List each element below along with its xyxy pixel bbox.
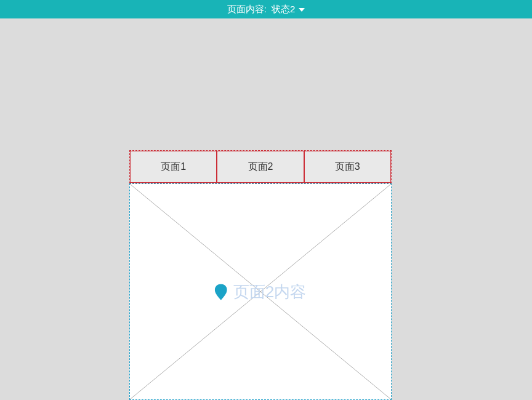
chevron-down-icon: [299, 8, 305, 12]
content-label: 页面2内容: [215, 281, 306, 303]
tab-page-2[interactable]: 页面2: [217, 151, 304, 183]
content-text: 页面2内容: [233, 281, 306, 303]
header-label: 页面内容: [227, 4, 267, 15]
tab-bar: 页面1 页面2 页面3: [129, 150, 392, 183]
state-value: 状态2: [272, 4, 295, 15]
tab-label: 页面3: [335, 161, 360, 174]
tab-label: 页面1: [161, 161, 186, 174]
tab-page-3[interactable]: 页面3: [304, 151, 391, 183]
marker-icon: [215, 284, 227, 300]
header-bar: 页面内容 状态2: [0, 0, 532, 18]
state-dropdown[interactable]: 状态2: [272, 4, 305, 15]
content-panel[interactable]: 页面2内容: [129, 183, 392, 400]
canvas-area: 页面1 页面2 页面3 页面2内容: [0, 18, 532, 400]
tab-label: 页面2: [248, 161, 273, 174]
tab-page-1[interactable]: 页面1: [130, 151, 217, 183]
